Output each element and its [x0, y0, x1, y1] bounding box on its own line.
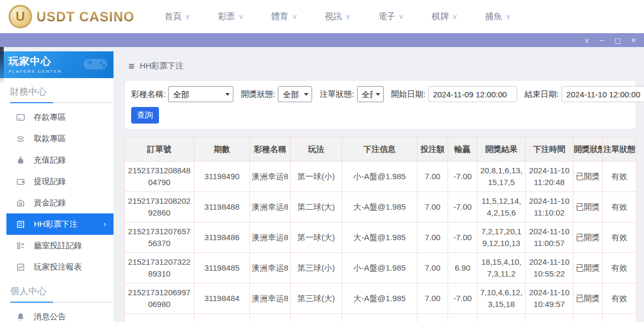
- table-cell: 已開獎: [573, 192, 603, 223]
- report-chart-icon: [16, 263, 25, 272]
- coin-logo-icon: U: [9, 5, 32, 28]
- sidebar-item-withdraw-zone[interactable]: 取款專區 ›: [6, 128, 113, 149]
- usdt-casino-logo[interactable]: U USDT CASINO: [9, 5, 134, 28]
- table-cell: [448, 314, 478, 322]
- table-cell: [342, 314, 418, 322]
- table-header-row: 訂單號期數彩種名稱玩法下注信息投注額輸贏開獎結果下注時間開獎狀態注單狀態: [125, 137, 637, 162]
- section-underline: [10, 302, 113, 303]
- table-cell: 有效: [603, 223, 637, 253]
- table-cell: 大-A盤@1.985: [342, 192, 418, 223]
- sidebar-item-label: 充值記錄: [34, 155, 66, 165]
- table-row-partial: [125, 314, 637, 322]
- sidebar-item-deposit-zone[interactable]: 存款專區 ›: [6, 106, 113, 128]
- nav-item-fishing[interactable]: 捕魚 ∨: [485, 11, 511, 22]
- menu-icon[interactable]: ≡: [128, 61, 134, 71]
- close-icon[interactable]: ✕: [631, 37, 637, 44]
- table-cell: 有效: [603, 253, 637, 283]
- table-cell: [125, 314, 194, 322]
- table-cell: [418, 314, 448, 322]
- table-body: 215217312088480479031198490澳洲幸运8第一球(小)小-…: [125, 162, 637, 322]
- table-cell: 31198485: [194, 253, 250, 283]
- table-cell: 2152173120884804790: [125, 162, 194, 192]
- end-date-input[interactable]: [562, 86, 644, 102]
- start-date-input[interactable]: [428, 86, 517, 102]
- table-cell: 2024-11-10 11:20:48: [526, 162, 573, 192]
- sidebar-item-news-announcement[interactable]: 消息公告 ›: [6, 306, 113, 322]
- table-cell: [526, 314, 573, 322]
- nav-item-sports[interactable]: 體育 ∨: [271, 11, 297, 22]
- table-cell: 有效: [603, 283, 637, 314]
- table-cell: 已開獎: [573, 223, 603, 253]
- table-row: 215217312076575637031198486澳洲幸运8第一球(大)大-…: [125, 223, 637, 253]
- table-cell: 2152173120699706980: [125, 283, 194, 314]
- nav-item-home[interactable]: 首頁 ∨: [164, 11, 190, 22]
- query-button[interactable]: 查詢: [131, 107, 159, 124]
- table-cell: 7.00: [418, 283, 448, 314]
- table-cell: -7.00: [448, 192, 478, 223]
- table-cell: 澳洲幸运8: [250, 283, 291, 314]
- table-cell: 澳洲幸运8: [250, 162, 291, 192]
- breadcrumb: ≡ HH彩票下注: [124, 51, 636, 80]
- chevron-down-icon: ∨: [452, 13, 458, 20]
- table-cell: 31198490: [194, 162, 250, 192]
- filter-panel: 彩種名稱: 全部 開獎狀態: 全部 注單狀態: 全部: [124, 80, 636, 129]
- nav-item-label: 視訊: [325, 11, 342, 22]
- table-header-cell: 彩種名稱: [250, 137, 291, 162]
- sidebar-item-label: HH彩票下注: [34, 219, 78, 229]
- end-date-label: 結束日期:: [525, 89, 559, 99]
- table-header-cell: 期數: [194, 137, 250, 162]
- nav-item-electronic[interactable]: 電子 ∨: [378, 11, 404, 22]
- sidebar-item-withdraw-record[interactable]: 提現記錄 ›: [6, 171, 113, 192]
- sidebar-item-room-bet-record[interactable]: 廳室投註記錄 ›: [6, 235, 113, 256]
- room-record-icon: [16, 241, 25, 250]
- nav-item-chess[interactable]: 棋牌 ∨: [431, 11, 457, 22]
- top-header: U USDT CASINO 首頁 ∨ 彩票 ∨ 體育 ∨ 視訊 ∨ 電子 ∨ 棋…: [0, 0, 644, 33]
- draw-status-select[interactable]: 全部: [278, 86, 312, 102]
- section-underline: [10, 102, 113, 103]
- table-header-cell: 投注額: [418, 137, 448, 162]
- order-status-select-wrap: 全部: [357, 86, 384, 102]
- minimize-icon[interactable]: −: [599, 37, 605, 44]
- sidebar-item-funds-record[interactable]: 資金記錄 ›: [6, 192, 113, 213]
- chevron-down-icon[interactable]: ∨: [584, 37, 589, 44]
- chevron-down-icon: ∨: [238, 13, 244, 20]
- sidebar-item-hh-lottery-bets[interactable]: HH彩票下注 ›: [6, 213, 113, 235]
- table-row: 215217312069970698031198484澳洲幸运8第三球(大)大-…: [125, 283, 637, 314]
- order-status-label: 注單狀態:: [320, 89, 354, 99]
- table-cell: [603, 314, 637, 322]
- table-cell: 7.00: [418, 223, 448, 253]
- table-cell: [478, 314, 526, 322]
- table-cell: 已開獎: [573, 162, 603, 192]
- lottery-type-label: 彩種名稱:: [131, 89, 165, 99]
- order-status-select[interactable]: 全部: [357, 86, 384, 102]
- maximize-icon[interactable]: □: [615, 37, 621, 44]
- table-cell: -7.00: [448, 162, 478, 192]
- table-cell: [573, 314, 603, 322]
- lottery-doc-icon: [16, 220, 25, 229]
- table-cell: 6.90: [448, 253, 478, 283]
- table-cell: 11,5,12,14,4,2,15,6: [478, 192, 526, 223]
- table-header-cell: 玩法: [291, 137, 342, 162]
- chevron-right-icon: ›: [103, 220, 106, 228]
- nav-item-lottery[interactable]: 彩票 ∨: [218, 11, 244, 22]
- sidebar-item-player-bet-report[interactable]: 玩家投注報表 ›: [6, 256, 113, 278]
- nav-item-video[interactable]: 視訊 ∨: [325, 11, 351, 22]
- lottery-type-select[interactable]: 全部: [168, 86, 233, 102]
- logo-wordmark: USDT CASINO: [36, 9, 134, 25]
- table-cell: 31198486: [194, 223, 250, 253]
- sidebar-item-label: 消息公告: [34, 312, 66, 322]
- table-cell: -7.00: [448, 283, 478, 314]
- table-cell: 7,2,17,20,19,12,10,13: [478, 223, 526, 253]
- sidebar-item-label: 資金記錄: [34, 198, 66, 208]
- table-row: 215217312088480479031198490澳洲幸运8第一球(小)小-…: [125, 162, 637, 192]
- sidebar-item-recharge-record[interactable]: 充值記錄 ›: [6, 149, 113, 171]
- wallet-icon: [16, 177, 25, 186]
- page-title: HH彩票下注: [140, 61, 184, 71]
- lottery-type-select-wrap: 全部: [168, 86, 233, 102]
- deposit-card-icon: [16, 113, 25, 122]
- nav-item-label: 彩票: [218, 11, 235, 22]
- table-cell: -7.00: [448, 223, 478, 253]
- table-header-cell: 開獎結果: [478, 137, 526, 162]
- table-cell: 31198484: [194, 283, 250, 314]
- table-header-cell: 下注時間: [526, 137, 573, 162]
